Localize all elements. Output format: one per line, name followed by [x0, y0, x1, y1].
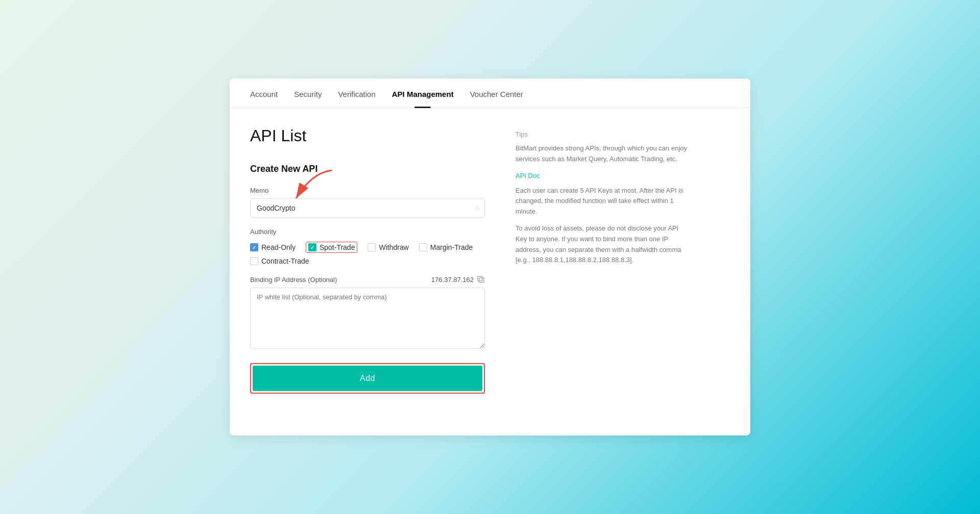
checkbox-withdraw[interactable]: Withdraw [368, 242, 408, 253]
tab-account[interactable]: Account [250, 79, 278, 108]
binding-ip-label: Binding IP Address (Optional) [250, 276, 337, 284]
binding-ip-value: 176.37.87.162 [431, 275, 485, 284]
ip-whitelist-textarea[interactable] [250, 288, 485, 349]
copy-icon[interactable] [477, 275, 485, 284]
tips-para-2: Each user can create 5 API Keys at most.… [516, 186, 689, 217]
memo-label: Memo [250, 187, 485, 194]
svg-rect-1 [479, 278, 484, 282]
checkboxes-row: Read-Only Spot-Trade Withdraw [250, 242, 485, 253]
margin-trade-checkbox-box [419, 243, 427, 251]
nav-tabs: Account Security Verification API Manage… [230, 79, 750, 108]
withdraw-label: Withdraw [379, 243, 408, 251]
checkbox-contract-trade[interactable]: Contract-Trade [250, 257, 309, 265]
tab-security[interactable]: Security [294, 79, 322, 108]
read-only-checkbox-box [250, 243, 258, 251]
binding-ip-group: Binding IP Address (Optional) 176.37.87.… [250, 275, 485, 351]
withdraw-checkbox-box [368, 243, 376, 251]
input-check-icon: ○ [475, 203, 480, 213]
memo-group: Memo ○ [250, 187, 485, 218]
checkbox-read-only[interactable]: Read-Only [250, 242, 296, 253]
checkbox-margin-trade[interactable]: Margin-Trade [419, 242, 473, 253]
create-api-title: Create New API [250, 164, 485, 174]
spot-trade-checkbox-box [308, 243, 316, 251]
memo-input[interactable] [250, 198, 485, 218]
checkboxes-row-2: Contract-Trade [250, 257, 485, 265]
content-area: API List Create New API Memo [230, 108, 750, 394]
add-button-wrapper: Add [250, 363, 485, 394]
main-card: Account Security Verification API Manage… [230, 79, 750, 435]
tab-api-management[interactable]: API Management [392, 79, 454, 108]
memo-input-wrapper: ○ [250, 198, 485, 218]
svg-rect-2 [478, 276, 482, 281]
page-title: API List [250, 126, 485, 145]
binding-ip-row: Binding IP Address (Optional) 176.37.87.… [250, 275, 485, 284]
right-panel: Tips BitMart provides strong APIs, throu… [516, 126, 689, 394]
ip-address-text: 176.37.87.162 [431, 276, 474, 284]
margin-trade-label: Margin-Trade [430, 243, 473, 251]
add-button[interactable]: Add [253, 366, 482, 391]
tips-para-3: To avoid loss of assets, please do not d… [516, 223, 689, 266]
tips-title: Tips [516, 131, 689, 138]
api-doc-link[interactable]: API Doc [516, 172, 540, 179]
tab-verification[interactable]: Verification [338, 79, 375, 108]
checkbox-spot-trade[interactable]: Spot-Trade [306, 242, 358, 253]
contract-trade-checkbox-box [250, 257, 258, 265]
authority-label: Authority [250, 228, 485, 236]
authority-group: Authority Read-Only Spot-Trade [250, 228, 485, 265]
contract-trade-label: Contract-Trade [261, 257, 309, 265]
tab-voucher-center[interactable]: Voucher Center [470, 79, 523, 108]
left-panel: API List Create New API Memo [250, 126, 485, 394]
tips-para-1: BitMart provides strong APIs, through wh… [516, 143, 689, 165]
spot-trade-label: Spot-Trade [320, 243, 355, 251]
read-only-label: Read-Only [261, 243, 296, 251]
